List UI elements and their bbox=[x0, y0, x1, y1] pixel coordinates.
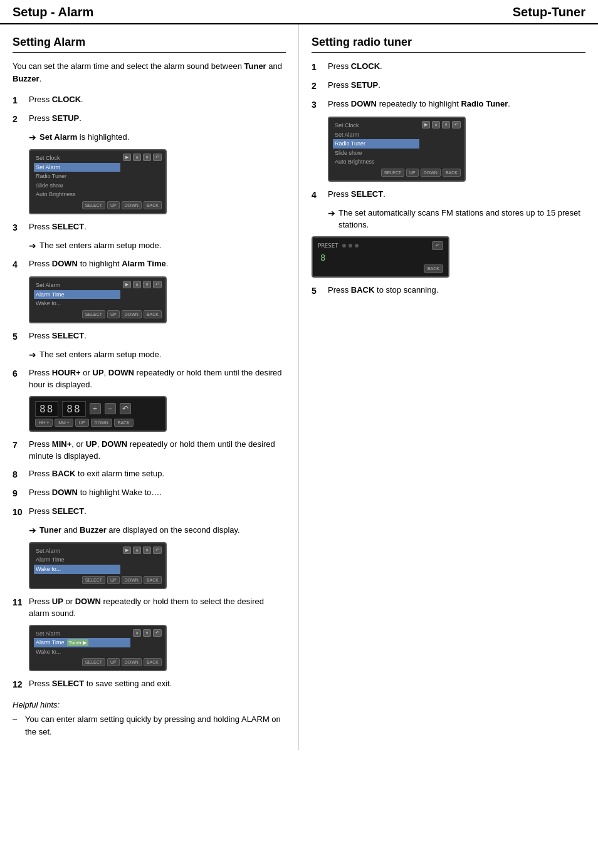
step-1: 1 Press CLOCK. bbox=[13, 93, 286, 107]
left-section-title: Setup - Alarm bbox=[13, 5, 93, 19]
step-9: 9 Press DOWN to highlight Wake to…. bbox=[13, 486, 286, 500]
main-content: Setting Alarm You can set the alarm time… bbox=[0, 24, 598, 750]
right-section-title: Setup-Tuner bbox=[513, 5, 585, 19]
tuner-step-4: 4 Press SELECT. bbox=[312, 188, 585, 202]
step-12: 12 Press SELECT to save setting and exit… bbox=[13, 677, 286, 691]
lcd-display-3: Set Alarm Alarm Time Wake to... ▶ ∧ ∨ ↶ … bbox=[29, 542, 167, 589]
tuner-step-1: 1 Press CLOCK. bbox=[312, 60, 585, 74]
hint-item: – You can enter alarm setting quickly by… bbox=[13, 713, 286, 738]
step-10-result: ➔ Tuner and Buzzer are displayed on the … bbox=[29, 524, 286, 537]
lcd-display-4: Set Alarm Alarm Time Tuner ▶ Wake to... … bbox=[29, 625, 167, 672]
tuner-step-5: 5 Press BACK to stop scanning. bbox=[312, 284, 585, 298]
step-2: 2 Press SETUP. bbox=[13, 112, 286, 126]
helpful-hints: Helpful hints: – You can enter alarm set… bbox=[13, 700, 286, 738]
step-4: 4 Press DOWN to highlight Alarm Time. bbox=[13, 258, 286, 271]
step-2-result: ➔ Set Alarm is highlighted. bbox=[29, 131, 286, 144]
step-7: 7 Press MIN+, or UP, DOWN repeatedly or … bbox=[13, 438, 286, 463]
lcd-display-2: Set Alarm Alarm Time Wake to... ▶ ∧ ∨ ↶ … bbox=[29, 276, 167, 323]
step-6: 6 Press HOUR+ or UP, DOWN repeatedly or … bbox=[13, 367, 286, 391]
lcd-display-radio-tuner: Set Clock Set Alarm Radio Tuner Slide sh… bbox=[328, 117, 466, 182]
lcd-display-1: Set Clock Set Alarm Radio Tuner Slide sh… bbox=[29, 149, 167, 214]
page-header: Setup - Alarm Setup-Tuner bbox=[0, 0, 598, 24]
tuner-step-4-result: ➔ The set automatically scans FM station… bbox=[328, 207, 585, 231]
step-5: 5 Press SELECT. bbox=[13, 330, 286, 343]
intro-text: You can set the alarm time and select th… bbox=[13, 60, 286, 85]
left-column: Setting Alarm You can set the alarm time… bbox=[0, 24, 299, 750]
step-8: 8 Press BACK to exit alarm time setup. bbox=[13, 468, 286, 481]
step-3-result: ➔ The set enters alarm setup mode. bbox=[29, 239, 286, 253]
alarm-section-title: Setting Alarm bbox=[13, 36, 286, 53]
step-5-result: ➔ The set enters alarm setup mode. bbox=[29, 348, 286, 362]
lcd-clock-display: 88 88 + – ↶ HH + MM + UP DOWN BACK bbox=[29, 396, 167, 432]
tuner-step-2: 2 Press SETUP. bbox=[312, 79, 585, 93]
lcd-preset-display: PRESET ↶ 8 BACK bbox=[312, 236, 449, 278]
step-11: 11 Press UP or DOWN repeatedly or hold t… bbox=[13, 595, 286, 620]
tuner-section-title: Setting radio tuner bbox=[312, 36, 585, 53]
tuner-step-3: 3 Press DOWN repeatedly to highlight Rad… bbox=[312, 98, 585, 112]
step-3: 3 Press SELECT. bbox=[13, 221, 286, 234]
helpful-hints-title: Helpful hints: bbox=[13, 700, 286, 709]
step-10: 10 Press SELECT. bbox=[13, 505, 286, 519]
right-column: Setting radio tuner 1 Press CLOCK. 2 Pre… bbox=[299, 24, 598, 750]
